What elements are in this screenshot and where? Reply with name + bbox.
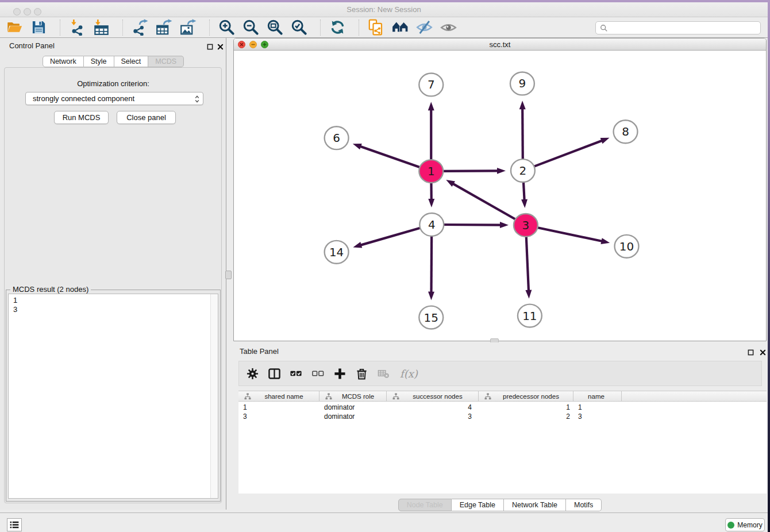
table-panel-close-icon[interactable] <box>759 348 767 356</box>
split-columns-icon[interactable] <box>268 367 280 380</box>
network-node-10[interactable]: 10 <box>615 235 639 258</box>
network-edge-3-1[interactable] <box>446 180 516 220</box>
mcds-result-title: MCDS result (2 nodes) <box>10 285 91 294</box>
add-row-icon[interactable] <box>333 367 346 380</box>
network-zoom-button[interactable] <box>261 41 268 48</box>
criterion-dropdown[interactable]: strongly connected component <box>25 92 203 105</box>
table-cell[interactable]: 3 <box>391 412 472 421</box>
network-edge-2-9[interactable] <box>519 101 526 160</box>
network-edge-2-3[interactable] <box>521 182 528 208</box>
table-tab-network-table[interactable]: Network Table <box>504 499 566 511</box>
network-node-14[interactable]: 14 <box>325 241 349 264</box>
network-edge-4-14[interactable] <box>353 228 421 248</box>
network-edge-4-3[interactable] <box>442 222 509 228</box>
app-window: Session: New Session Control Panel Netwo… <box>0 2 768 532</box>
control-tab-style[interactable]: Style <box>84 56 114 67</box>
network-edge-1-2[interactable] <box>442 168 506 174</box>
network-edge-1-6[interactable] <box>353 144 421 168</box>
network-node-11[interactable]: 11 <box>518 304 542 327</box>
network-edge-4-15[interactable] <box>428 236 434 300</box>
network-node-4[interactable]: 4 <box>419 213 444 236</box>
network-node-15[interactable]: 15 <box>419 306 443 329</box>
refresh-icon[interactable] <box>328 18 347 37</box>
search-icon <box>600 24 608 32</box>
table-cell[interactable]: 4 <box>391 403 472 412</box>
network-node-3[interactable]: 3 <box>514 214 538 237</box>
close-panel-button[interactable]: Close panel <box>117 111 176 124</box>
search-input[interactable] <box>610 22 760 33</box>
network-node-9[interactable]: 9 <box>510 72 534 95</box>
network-edge-3-10[interactable] <box>536 228 610 244</box>
run-mcds-button[interactable]: Run MCDS <box>54 111 109 124</box>
open-folder-icon[interactable] <box>5 18 24 37</box>
node-table-header: shared nameMCDS rolesuccessor nodesprede… <box>238 391 767 402</box>
zoom-selected-icon[interactable] <box>289 18 309 37</box>
vertical-splitter-handle[interactable] <box>225 271 232 279</box>
window-close-button[interactable] <box>13 8 21 16</box>
network-close-button[interactable] <box>238 41 245 48</box>
control-tab-network[interactable]: Network <box>43 56 84 67</box>
column-header-predecessor-nodes[interactable]: predecessor nodes <box>479 391 573 402</box>
export-network-icon[interactable] <box>130 18 149 37</box>
control-panel-close-icon[interactable] <box>216 43 224 51</box>
task-history-button[interactable] <box>7 518 22 531</box>
table-cell[interactable]: dominator <box>324 412 387 421</box>
home-icon[interactable] <box>390 18 410 37</box>
zoom-in-icon[interactable] <box>217 18 236 37</box>
memory-button[interactable]: Memory <box>725 518 765 531</box>
table-cell[interactable]: 1 <box>243 403 319 412</box>
table-cell[interactable]: 3 <box>578 412 622 421</box>
table-cell[interactable]: 2 <box>483 412 570 421</box>
table-tab-node-table[interactable]: Node Table <box>398 499 452 511</box>
column-header-name[interactable]: name <box>573 391 622 402</box>
table-cell[interactable]: dominator <box>324 403 387 412</box>
network-node-6[interactable]: 6 <box>325 126 349 149</box>
table-cell[interactable]: 3 <box>243 412 319 421</box>
mcds-result-box[interactable]: 13 <box>8 294 218 499</box>
optimization-criterion-label: Optimization criterion: <box>0 79 226 88</box>
select-all-icon[interactable] <box>290 367 302 380</box>
table-cell[interactable]: 1 <box>483 403 570 412</box>
network-edge-3-11[interactable] <box>525 236 532 299</box>
import-network-icon[interactable] <box>67 18 87 37</box>
table-panel: Table Panel f(x) shared nameMCDS rolesuc… <box>233 342 767 512</box>
network-node-7[interactable]: 7 <box>419 73 443 96</box>
table-cell[interactable]: 1 <box>578 403 622 412</box>
column-header-shared-name[interactable]: shared name <box>238 391 319 402</box>
network-edge-2-8[interactable] <box>533 138 610 167</box>
delete-row-icon[interactable] <box>355 367 368 380</box>
network-edge-1-7[interactable] <box>428 102 434 160</box>
save-session-icon[interactable] <box>29 18 48 37</box>
network-canvas[interactable]: 7968124314101511 <box>234 51 766 338</box>
network-edge-1-4[interactable] <box>428 182 434 207</box>
control-tab-mcds[interactable]: MCDS <box>148 56 184 67</box>
export-table-icon[interactable] <box>154 18 174 37</box>
mcds-result-scrollbar[interactable] <box>210 294 218 498</box>
network-node-1[interactable]: 1 <box>419 160 443 183</box>
window-zoom-button[interactable] <box>34 8 41 16</box>
import-table-icon[interactable] <box>91 18 111 37</box>
zoom-out-icon[interactable] <box>241 18 260 37</box>
network-node-2[interactable]: 2 <box>511 159 535 182</box>
column-header-successor-nodes[interactable]: successor nodes <box>387 391 479 402</box>
zoom-fit-icon[interactable] <box>265 18 284 37</box>
search-field[interactable] <box>595 21 761 34</box>
control-panel-float-icon[interactable] <box>206 43 214 51</box>
deselect-all-icon[interactable] <box>311 367 324 380</box>
hide-eye-icon[interactable] <box>414 18 434 37</box>
toolbar-separator <box>60 20 60 36</box>
network-node-8[interactable]: 8 <box>614 120 638 143</box>
copy-network-icon[interactable] <box>366 18 386 37</box>
gear-icon[interactable] <box>246 367 259 380</box>
column-header-MCDS-role[interactable]: MCDS role <box>319 391 387 402</box>
delete-table-icon <box>377 367 390 380</box>
table-tab-edge-table[interactable]: Edge Table <box>452 499 504 511</box>
network-minimize-button[interactable] <box>249 41 257 48</box>
table-panel-float-icon[interactable] <box>746 348 754 356</box>
show-eye-icon[interactable] <box>438 18 458 37</box>
export-image-icon[interactable] <box>178 18 198 37</box>
control-tab-select[interactable]: Select <box>114 56 149 67</box>
status-bar: Memory <box>0 512 768 532</box>
table-tab-motifs[interactable]: Motifs <box>566 499 602 511</box>
window-minimize-button[interactable] <box>24 8 31 16</box>
